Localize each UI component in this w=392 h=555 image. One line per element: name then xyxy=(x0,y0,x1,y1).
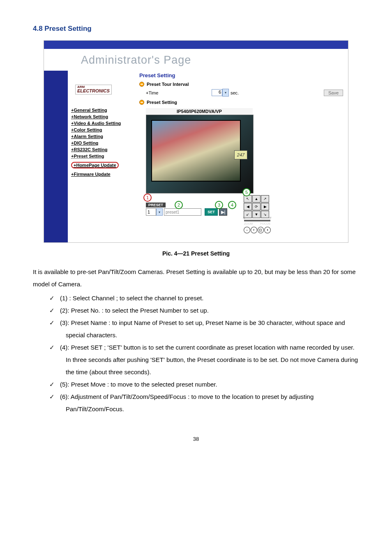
monitor-screen xyxy=(151,120,241,182)
ptz-up-left-button[interactable]: ↖ xyxy=(244,195,252,203)
ptz-direction-pad: ↖ ▲ ↗ ◀ ⟳ ▶ ↙ ▼ ↘ xyxy=(244,195,271,218)
list-item: (2): Preset No. : to select the Preset N… xyxy=(49,304,359,317)
bullet-icon xyxy=(139,82,144,87)
bullet-icon xyxy=(139,100,144,105)
ptz-down-right-button[interactable]: ↘ xyxy=(261,211,269,218)
page-number: 38 xyxy=(33,436,359,442)
list-item: (3): Preset Name : to input Name of Pres… xyxy=(49,317,359,341)
focus-far-button[interactable]: • xyxy=(264,227,271,233)
nav-video-audio-setting[interactable]: +Video & Audio Setting xyxy=(71,121,137,126)
camera-preview-block: IP540/IP620MDVA/VP 247 5 xyxy=(146,108,253,193)
nav-dio-setting[interactable]: +DIO Setting xyxy=(71,140,137,145)
ptz-center-button[interactable]: ⟳ xyxy=(252,203,261,210)
focus-label: FOCUS xyxy=(261,222,271,225)
ptz-up-button[interactable]: ▲ xyxy=(252,195,261,203)
nav-color-setting[interactable]: +Color Setting xyxy=(71,127,137,132)
intro-paragraph: It is available to pre-set Pan/Tilt/Zoom… xyxy=(33,266,359,290)
window-titlebar xyxy=(44,41,348,49)
time-dropdown-button[interactable] xyxy=(222,89,229,97)
preview-model-label: IP540/IP620MDVA/VP xyxy=(146,108,253,115)
nav-general-setting[interactable]: +General Setting xyxy=(71,108,137,113)
sec-label: sec. xyxy=(231,90,239,95)
left-blue-block xyxy=(44,71,68,242)
time-label: +Time xyxy=(146,90,212,95)
list-item: (5): Preset Move : to move to the select… xyxy=(49,378,359,391)
overlay-number: 247 xyxy=(234,150,247,159)
list-item: (6): Adjustment of Pan/Tilt/Zoom/Speed/F… xyxy=(49,391,359,415)
nav-network-setting[interactable]: +Network Setting xyxy=(71,114,137,119)
callout-2: 2 xyxy=(175,201,183,209)
preset-setting-sub-label: Preset Setting xyxy=(147,100,177,105)
preset-setting-row: Preset Setting xyxy=(139,99,345,106)
figure-caption: Pic. 4—21 Preset Setting xyxy=(33,250,359,257)
callout-3: 3 xyxy=(215,201,223,209)
focus-near-button[interactable]: ⊡ xyxy=(258,227,264,233)
channel-select-value[interactable]: 1 xyxy=(146,208,156,216)
zoom-in-button[interactable]: + xyxy=(251,227,257,233)
brand-bottom: ELECTRONICS xyxy=(77,88,110,93)
set-button[interactable]: SET xyxy=(205,208,218,216)
ptz-right-button[interactable]: ▶ xyxy=(261,203,269,210)
sidebar-nav: ARM ELECTRONICS +General Setting +Networ… xyxy=(68,71,139,242)
brand-logo: ARM ELECTRONICS xyxy=(75,85,112,94)
speed-slider[interactable] xyxy=(244,220,270,221)
list-item: (4): Preset SET ; 'SET' button is to set… xyxy=(49,341,359,378)
feature-checklist: (1) : Select Channel ; to select the cha… xyxy=(49,292,359,415)
preset-move-button[interactable]: ▶| xyxy=(219,208,227,216)
nav-rs232c-setting[interactable]: +RS232C Setting xyxy=(71,147,137,152)
nav-homepage-update[interactable]: +HomePage Update xyxy=(71,162,119,168)
nav-preset-setting[interactable]: +Preset Setting xyxy=(71,154,137,159)
panel-title: Preset Setting xyxy=(139,71,345,81)
admin-page-screenshot: Administrator's Page ARM ELECTRONICS +Ge… xyxy=(44,40,348,243)
callout-4: 4 xyxy=(228,201,236,209)
ptz-down-button[interactable]: ▼ xyxy=(252,211,261,218)
time-input[interactable]: 6 xyxy=(212,89,222,96)
callout-1: 1 xyxy=(143,193,152,202)
preset-tour-interval-label: Preset Tour Interval xyxy=(147,82,189,87)
preset-name-input[interactable]: preset1 xyxy=(164,208,201,216)
callout-5: 5 xyxy=(242,188,251,196)
channel-dropdown-button[interactable] xyxy=(156,208,163,216)
preset-badge: PRESET xyxy=(146,203,166,207)
ptz-left-button[interactable]: ◀ xyxy=(244,203,252,210)
zoom-out-button[interactable]: − xyxy=(244,227,250,233)
section-heading: 4.8 Preset Setting xyxy=(33,25,359,33)
page-title: Administrator's Page xyxy=(44,49,348,71)
preset-tour-interval-row: Preset Tour Interval xyxy=(139,81,345,88)
camera-preview: 247 5 xyxy=(146,115,254,193)
zoom-label: ZOOM xyxy=(244,222,253,225)
save-button[interactable]: Save xyxy=(324,90,343,96)
ptz-up-right-button[interactable]: ↗ xyxy=(261,195,269,203)
nav-firmware-update[interactable]: +Firmware Update xyxy=(71,172,137,177)
nav-alarm-setting[interactable]: +Alarm Setting xyxy=(71,134,137,139)
list-item: (1) : Select Channel ; to select the cha… xyxy=(49,292,359,304)
